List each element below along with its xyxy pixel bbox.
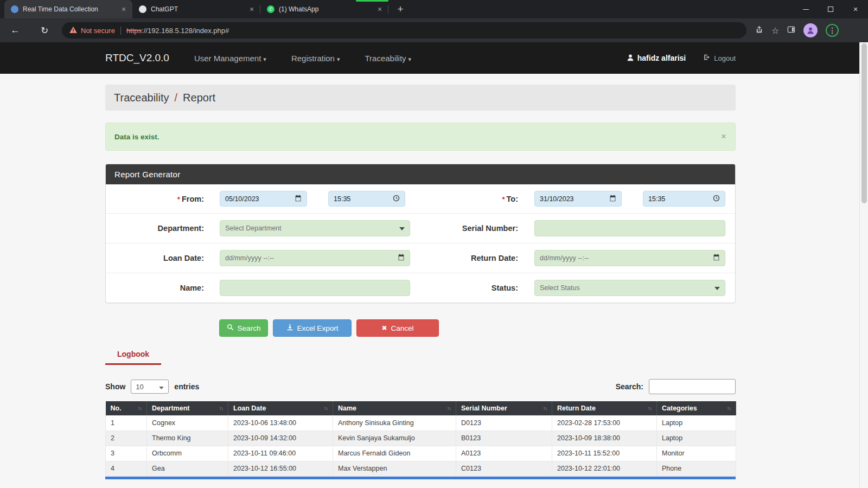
back-button[interactable]: ← [9,25,22,36]
clock-icon[interactable] [393,195,400,203]
form-row-loan-return: Loan Date: dd/mm/yyyy --:-- Return Date:… [106,243,735,273]
table-cell: 1 [106,415,147,431]
app-brand[interactable]: RTDC_V2.0.0 [105,52,169,64]
table-row[interactable]: 1Cognex2023-10-06 13:48:00Anthony Sinisu… [106,415,736,431]
sort-icon: ↑↓ [727,406,731,411]
clock-icon[interactable] [713,195,720,203]
table-cell: 2023-10-11 15:52:00 [552,446,657,461]
column-label: Department [152,404,189,412]
loan-date-input[interactable]: dd/mm/yyyy --:-- [220,250,410,266]
table-cell: B0123 [456,431,552,446]
omnibox-divider [120,27,121,35]
browser-menu-icon[interactable]: ⋮ [826,24,839,37]
return-date-input[interactable]: dd/mm/yyyy --:-- [534,250,725,266]
tab-favicon [11,5,18,13]
entries-label: entries [174,382,199,391]
sort-icon: ↑↓ [138,406,142,411]
maximize-button[interactable] [818,0,843,18]
table-search-input[interactable] [649,379,736,394]
from-label: *From: [106,195,204,203]
partial-selected-row[interactable] [105,477,736,479]
minimize-button[interactable] [793,0,818,18]
calendar-icon[interactable] [398,254,405,262]
close-window-button[interactable]: × [843,0,868,18]
url-text[interactable]: ://192.168.5.128/index.php# [142,27,229,35]
table-row[interactable]: 4Gea2023-10-12 16:55:00Max VerstappenC01… [106,461,736,476]
column-header-name[interactable]: Name↑↓ [333,401,456,415]
browser-tab-whatsapp[interactable]: ✆ (1) WhatsApp × [260,0,388,18]
panel-title: Report Generator [106,164,735,184]
tab-close-icon[interactable]: × [375,5,384,14]
logout-button[interactable]: Logout [703,54,736,62]
column-label: Categories [662,404,697,412]
page-scrollbar[interactable] [859,42,868,488]
browser-tab-chatgpt[interactable]: ChatGPT × [132,0,260,18]
column-label: Serial Number [461,404,507,412]
alert-close-icon[interactable]: × [721,131,726,142]
toolbar-icons: ☆ ⋮ [755,23,839,37]
user-menu[interactable]: hafidz alfarisi [627,54,686,63]
to-time-input[interactable]: 15:35 [643,191,725,207]
status-select[interactable]: Select Status [534,280,725,296]
scrollbar-thumb[interactable] [861,43,867,203]
reload-button[interactable]: ↻ [38,25,51,36]
new-tab-button[interactable]: + [393,2,408,17]
column-header-loan-date[interactable]: Loan Date↑↓ [228,401,333,415]
nav-item-registration[interactable]: Registration▾ [291,54,340,63]
form-row-name-status: Name: Status: Select Status [106,273,735,303]
from-date-input[interactable]: 05/10/2023 [220,191,307,207]
calendar-icon[interactable] [609,195,616,203]
breadcrumb-section[interactable]: Traceability [114,92,169,104]
profile-avatar[interactable] [803,23,818,37]
nav-item-user-management[interactable]: User Management▾ [194,54,266,63]
tab-close-icon[interactable]: × [247,5,256,14]
sort-icon: ↑↓ [543,406,547,411]
download-icon [286,324,293,332]
table-cell: Cognex [147,415,228,431]
tab-title: Real Time Data Collection [23,5,116,13]
required-asterisk: * [177,195,180,203]
serial-number-input[interactable] [534,220,725,236]
table-cell: 4 [106,461,147,476]
to-date-input[interactable]: 31/10/2023 [534,191,622,207]
browser-tab-strip: Real Time Data Collection × ChatGPT × ✆ … [0,0,868,18]
table-cell: Monitor [657,446,736,461]
security-label[interactable]: Not secure [81,27,115,35]
cancel-button[interactable]: ✖ Cancel [356,319,439,337]
from-time-input[interactable]: 15:35 [328,191,405,207]
browser-tab-rtdc[interactable]: Real Time Data Collection × [4,0,132,18]
column-label: Name [338,404,356,412]
excel-export-button[interactable]: Excel Export [273,319,352,337]
column-label: Loan Date [233,404,266,412]
page-content: Traceability / Report Data is exist. × R… [105,85,736,479]
table-row[interactable]: 2Thermo King2023-10-09 14:32:00Kevin San… [106,431,736,446]
alert-message: Data is exist. [114,133,159,141]
share-icon[interactable] [755,25,763,36]
column-label: No. [111,404,122,412]
tab-logbook[interactable]: Logbook [105,345,161,365]
column-header-categories[interactable]: Categories↑↓ [657,401,736,415]
column-header-return-date[interactable]: Return Date↑↓ [552,401,657,415]
department-select[interactable]: Select Department [220,220,410,236]
table-cell: 2023-02-28 17:53:00 [552,415,657,431]
user-icon [627,54,634,63]
column-header-department[interactable]: Department↑↓ [147,401,228,415]
nav-item-traceability[interactable]: Traceability▾ [365,54,411,63]
whatsapp-favicon: ✆ [267,5,275,13]
address-bar[interactable]: Not secure https://192.168.5.128/index.p… [62,22,746,38]
column-header-serial-number[interactable]: Serial Number↑↓ [456,401,552,415]
chevron-down-icon: ▾ [409,56,412,62]
calendar-icon[interactable] [295,195,302,203]
column-header-no[interactable]: No.↑↓ [106,401,147,415]
table-row[interactable]: 3Orbcomm2023-10-11 09:46:00Marcus Fernal… [106,446,736,461]
sort-icon: ↑↓ [648,406,652,411]
table-cell: A0123 [456,446,552,461]
side-panel-icon[interactable] [787,25,795,36]
bookmark-star-icon[interactable]: ☆ [771,25,779,36]
page-size-select[interactable]: 10 [131,380,169,394]
name-input[interactable] [220,280,410,296]
calendar-icon[interactable] [713,254,720,262]
search-button[interactable]: Search [219,319,268,337]
tab-close-icon[interactable]: × [119,5,128,14]
table-controls: Show 10 entries Search: [105,379,736,394]
